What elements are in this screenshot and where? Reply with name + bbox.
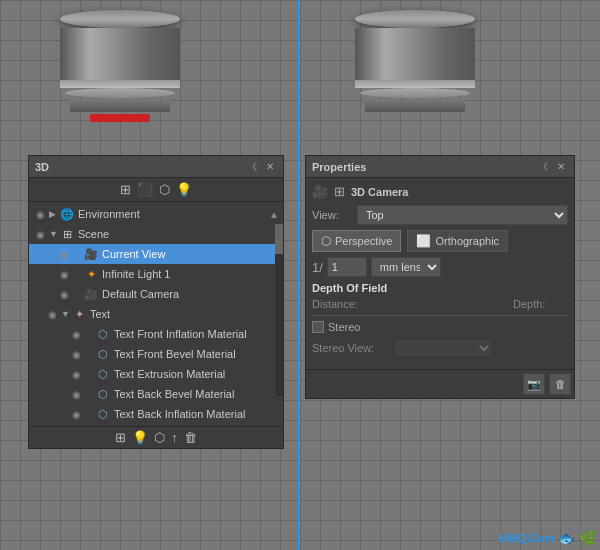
panel-3d-controls: 《 ✕ — [244, 159, 277, 175]
label-scene: Scene — [78, 228, 279, 240]
tree-scrollbar[interactable] — [275, 224, 283, 396]
label-environment: Environment — [78, 208, 269, 220]
view-label: View: — [312, 209, 357, 221]
orthographic-icon: ⬜ — [416, 234, 431, 248]
tree-item-text[interactable]: ◉ ▼ ✦ Text — [29, 304, 283, 324]
tree-item-extrusion[interactable]: ◉ ⬡ Text Extrusion Material — [29, 364, 283, 384]
eye-text[interactable]: ◉ — [45, 307, 59, 321]
perspective-option[interactable]: ⬡ Perspective — [312, 230, 401, 252]
tree-item-back-bevel[interactable]: ◉ ⬡ Text Back Bevel Material — [29, 384, 283, 404]
stereoview-row: Stereo View: — [312, 338, 568, 358]
eye-extrusion[interactable]: ◉ — [69, 367, 83, 381]
tree-item-scene[interactable]: ◉ ▼ ⊞ Scene — [29, 224, 283, 244]
tree-item-infinite-light[interactable]: ◉ ✦ Infinite Light 1 — [29, 264, 283, 284]
icon-extrusion: ⬡ — [95, 366, 111, 382]
camera-section-icon2: ⊞ — [334, 184, 345, 199]
panel-properties-controls: 《 ✕ — [535, 159, 568, 175]
lens-row: 1/ mm lens — [312, 257, 568, 277]
props-render-btn[interactable]: 📷 — [523, 373, 545, 395]
label-text: Text — [90, 308, 279, 320]
tree-item-default-camera[interactable]: ◉ 🎥 Default Camera — [29, 284, 283, 304]
panel-3d-bottom: ⊞ 💡 ⬡ ↑ 🗑 — [29, 426, 283, 448]
projection-group: ⬡ Perspective ⬜ Orthographic — [312, 230, 568, 252]
panel-3d: 3D 《 ✕ ⊞ ⬛ ⬡ 💡 ◉ ▶ 🌐 Environment ▲ ◉ ▼ ⊞… — [28, 155, 284, 449]
depth-label: Depth: — [513, 298, 568, 310]
tree-item-current-view[interactable]: ◉ 🎥 Current View — [29, 244, 283, 264]
bottom-delete-icon[interactable]: 🗑 — [184, 430, 197, 445]
eye-current-view[interactable]: ◉ — [57, 247, 71, 261]
props-delete-btn[interactable]: 🗑 — [549, 373, 571, 395]
props-bottom: 📷 🗑 — [306, 369, 574, 398]
props-camera-header: 🎥 ⊞ 3D Camera — [312, 184, 568, 199]
tree-item-front-bevel[interactable]: ◉ ⬡ Text Front Bevel Material — [29, 344, 283, 364]
icon-text: ✦ — [71, 306, 87, 322]
stereo-row: Stereo — [312, 321, 568, 333]
panel-properties-title: Properties — [312, 161, 366, 173]
toolbar-env-icon[interactable]: 💡 — [176, 182, 192, 197]
bottom-env-icon[interactable]: ↑ — [171, 430, 178, 445]
icon-current-view: 🎥 — [83, 246, 99, 262]
tree-container: ◉ ▶ 🌐 Environment ▲ ◉ ▼ ⊞ Scene ◉ 🎥 Curr… — [29, 202, 283, 426]
eye-front-bevel[interactable]: ◉ — [69, 347, 83, 361]
perspective-label: Perspective — [335, 235, 392, 247]
eye-default-camera[interactable]: ◉ — [57, 287, 71, 301]
bottom-light-icon[interactable]: 💡 — [132, 430, 148, 445]
eye-front-inflation[interactable]: ◉ — [69, 327, 83, 341]
icon-front-bevel: ⬡ — [95, 346, 111, 362]
lens-unit-select[interactable]: mm lens — [371, 257, 441, 277]
expand-text[interactable]: ▼ — [61, 309, 71, 319]
icon-scene: ⊞ — [59, 226, 75, 242]
panel-properties-collapse[interactable]: 《 — [535, 159, 551, 175]
icon-back-inflation: ⬡ — [95, 406, 111, 422]
dof-title: Depth Of Field — [312, 282, 568, 294]
expand-environment[interactable]: ▶ — [49, 209, 59, 219]
orthographic-option[interactable]: ⬜ Orthographic — [407, 230, 508, 252]
tree-item-front-inflation[interactable]: ◉ ⬡ Text Front Inflation Material — [29, 324, 283, 344]
icon-front-inflation: ⬡ — [95, 326, 111, 342]
eye-back-bevel[interactable]: ◉ — [69, 387, 83, 401]
props-view-row: View: Top Bottom Left Right Front Back P… — [312, 205, 568, 225]
tree-item-environment[interactable]: ◉ ▶ 🌐 Environment ▲ — [29, 204, 283, 224]
panel-3d-collapse[interactable]: 《 — [244, 159, 260, 175]
label-front-bevel: Text Front Bevel Material — [114, 348, 279, 360]
watermark: UiBQ.Com 🐟 🌿 — [499, 530, 596, 546]
icon-default-camera: 🎥 — [83, 286, 99, 302]
scroll-indicator: ▲ — [269, 209, 279, 220]
3d-object-left — [60, 10, 180, 122]
stereo-checkbox-wrapper[interactable]: Stereo — [312, 321, 360, 333]
expand-scene[interactable]: ▼ — [49, 229, 59, 239]
dof-row: Distance: Depth: — [312, 298, 568, 310]
props-divider-1 — [312, 315, 568, 316]
label-back-inflation: Text Back Inflation Material — [114, 408, 279, 420]
icon-back-bevel: ⬡ — [95, 386, 111, 402]
eye-back-inflation[interactable]: ◉ — [69, 407, 83, 421]
bottom-scene-icon[interactable]: ⊞ — [115, 430, 126, 445]
stereo-checkbox[interactable] — [312, 321, 324, 333]
props-content: 🎥 ⊞ 3D Camera View: Top Bottom Left Righ… — [306, 178, 574, 369]
toolbar-light-icon[interactable]: ⬛ — [137, 182, 153, 197]
view-select[interactable]: Top Bottom Left Right Front Back Perspec… — [357, 205, 568, 225]
stereoview-select[interactable] — [393, 338, 493, 358]
3d-object-right — [355, 10, 475, 112]
panel-properties-close[interactable]: ✕ — [554, 160, 568, 173]
icon-infinite-light: ✦ — [83, 266, 99, 282]
watermark-icon: 🐟 — [558, 530, 575, 546]
bottom-material-icon[interactable]: ⬡ — [154, 430, 165, 445]
eye-infinite-light[interactable]: ◉ — [57, 267, 71, 281]
stereo-label: Stereo — [328, 321, 360, 333]
toolbar-scene-icon[interactable]: ⊞ — [120, 182, 131, 197]
tree-scrollbar-thumb[interactable] — [275, 224, 283, 254]
label-front-inflation: Text Front Inflation Material — [114, 328, 279, 340]
eye-environment[interactable]: ◉ — [33, 207, 47, 221]
label-extrusion: Text Extrusion Material — [114, 368, 279, 380]
icon-environment: 🌐 — [59, 206, 75, 222]
toolbar-material-icon[interactable]: ⬡ — [159, 182, 170, 197]
lens-slash: 1/ — [312, 260, 323, 275]
camera-section-title: 3D Camera — [351, 186, 408, 198]
panel-3d-header: 3D 《 ✕ — [29, 156, 283, 178]
lens-input[interactable] — [327, 257, 367, 277]
eye-scene[interactable]: ◉ — [33, 227, 47, 241]
tree-item-back-inflation[interactable]: ◉ ⬡ Text Back Inflation Material — [29, 404, 283, 424]
panel-3d-close[interactable]: ✕ — [263, 160, 277, 173]
label-infinite-light: Infinite Light 1 — [102, 268, 279, 280]
